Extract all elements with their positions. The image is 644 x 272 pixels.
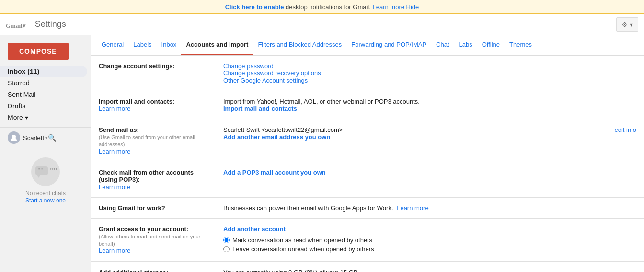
chat-bubble-icon: " " <box>31 157 60 186</box>
radio-mark-read: Mark conversation as read when opened by… <box>223 237 636 244</box>
row-send-mail-as: Send mail as: (Use Gmail to send from yo… <box>91 119 644 162</box>
tab-labels[interactable]: Labels <box>128 35 156 55</box>
add-pop3-link[interactable]: Add a POP3 mail account you own <box>223 169 326 176</box>
row-label-storage: Add additional storage: <box>99 269 168 272</box>
import-learn-more-link[interactable]: Learn more <box>99 105 208 112</box>
import-desc: Import from Yahoo!, Hotmail, AOL, or oth… <box>223 98 420 105</box>
radio-leave-unread: Leave conversation unread when opened by… <box>223 246 636 253</box>
radio-mark-read-input[interactable] <box>223 237 230 243</box>
row-add-storage: Add additional storage: You are currentl… <box>91 262 644 272</box>
gmail-logo[interactable]: Gmail▾ <box>6 18 25 31</box>
row-check-mail: Check mail from other accounts (using PO… <box>91 162 644 198</box>
gear-button[interactable]: ⚙ ▾ <box>616 17 638 32</box>
sidebar-more[interactable]: More ▾ <box>0 112 91 123</box>
row-label-check-mail2: (using POP3): <box>99 176 140 183</box>
row-label-change-account: Change account settings: <box>99 62 175 70</box>
row-import-mail: Import mail and contacts: Learn more Imp… <box>91 91 644 119</box>
sidebar-item-drafts[interactable]: Drafts <box>0 100 87 112</box>
row-change-account: Change account settings: Change password… <box>91 56 644 91</box>
notification-click-link[interactable]: Click here to enable <box>225 3 284 11</box>
avatar[interactable] <box>8 131 20 144</box>
main-layout: COMPOSE Inbox (11) Starred Sent Mail Dra… <box>0 35 644 272</box>
radio-mark-read-label: Mark conversation as read when opened by… <box>232 237 372 244</box>
user-name-label[interactable]: Scarlett <box>23 134 44 142</box>
google-account-settings-link[interactable]: Other Google Account settings <box>223 77 308 84</box>
notification-learn-more[interactable]: Learn more <box>372 3 404 11</box>
logo-arrow: ▾ <box>23 23 25 29</box>
add-another-account-link[interactable]: Add another account <box>223 225 286 233</box>
sidebar-divider <box>0 127 91 128</box>
tab-forwarding[interactable]: Forwarding and POP/IMAP <box>346 35 431 55</box>
check-mail-learn-more[interactable]: Learn more <box>99 183 208 190</box>
gmail-work-desc: Businesses can power their email with Go… <box>223 204 393 212</box>
row-gmail-work: Using Gmail for work? Businesses can pow… <box>91 198 644 219</box>
radio-leave-unread-input[interactable] <box>223 246 230 252</box>
change-password-recovery-link[interactable]: Change password recovery options <box>223 70 321 77</box>
tab-inbox[interactable]: Inbox <box>157 35 182 55</box>
row-label-grant-access: Grant access to your account: <box>99 225 188 233</box>
storage-desc: You are currently using 0 GB (0%) of you… <box>223 269 359 272</box>
add-email-address-link[interactable]: Add another email address you own <box>223 133 330 141</box>
settings-table: Change account settings: Change password… <box>91 56 644 272</box>
tab-filters[interactable]: Filters and Blocked Addresses <box>253 35 346 55</box>
send-mail-learn-more[interactable]: Learn more <box>99 148 208 155</box>
row-label-gmail-work: Using Gmail for work? <box>99 204 165 212</box>
row-grant-access: Grant access to your account: (Allow oth… <box>91 219 644 262</box>
chat-section: " " No recent chats Start a new one <box>0 148 91 210</box>
gmail-work-learn-more[interactable]: Learn more <box>397 204 428 212</box>
start-chat-link[interactable]: Start a new one <box>25 197 66 204</box>
gear-icon: ⚙ <box>621 21 628 28</box>
tab-accounts-import[interactable]: Accounts and Import <box>181 35 253 55</box>
more-arrow-icon: ▾ <box>25 114 28 121</box>
import-mail-contacts-link[interactable]: Import mail and contacts <box>223 105 297 112</box>
notification-text: desktop notifications for Gmail. <box>286 3 372 11</box>
row-label-import: Import mail and contacts: <box>99 98 174 105</box>
send-mail-email: Scarlett Swift <scarlettswift22@gmail.co… <box>223 126 343 133</box>
row-label-send-mail: Send mail as: <box>99 126 139 133</box>
tab-general[interactable]: General <box>97 35 128 55</box>
svg-marker-2 <box>37 175 40 178</box>
no-chats-label: No recent chats <box>8 190 83 197</box>
sidebar-item-inbox[interactable]: Inbox (11) <box>0 66 87 77</box>
compose-button[interactable]: COMPOSE <box>8 43 69 60</box>
main-content: General Labels Inbox Accounts and Import… <box>91 35 644 272</box>
header: Gmail▾ Settings ⚙ ▾ <box>0 14 644 35</box>
notification-hide[interactable]: Hide <box>406 3 419 11</box>
send-mail-sublabel: (Use Gmail to send from your other email… <box>99 134 195 147</box>
user-search-area: Scarlett ▾ 🔍 <box>8 131 83 144</box>
page-title: Settings <box>35 19 616 29</box>
edit-info-link[interactable]: edit info <box>614 126 636 133</box>
gear-arrow-icon: ▾ <box>630 21 633 28</box>
sidebar-item-sent[interactable]: Sent Mail <box>0 89 87 100</box>
search-button[interactable]: 🔍 <box>48 134 56 142</box>
tab-labs[interactable]: Labs <box>454 35 477 55</box>
svg-text:"  ": " " <box>38 168 43 173</box>
notification-bar: Click here to enable desktop notificatio… <box>0 0 644 14</box>
tab-offline[interactable]: Offline <box>477 35 505 55</box>
sidebar-item-starred[interactable]: Starred <box>0 77 87 89</box>
settings-tabs: General Labels Inbox Accounts and Import… <box>91 35 644 56</box>
grant-access-sublabel: (Allow others to read and send mail on y… <box>99 234 200 247</box>
grant-access-learn-more[interactable]: Learn more <box>99 247 208 254</box>
change-password-link[interactable]: Change password <box>223 62 274 70</box>
tab-themes[interactable]: Themes <box>505 35 537 55</box>
row-label-check-mail: Check mail from other accounts <box>99 169 194 176</box>
sidebar: COMPOSE Inbox (11) Starred Sent Mail Dra… <box>0 35 91 272</box>
tab-chat[interactable]: Chat <box>431 35 454 55</box>
radio-leave-unread-label: Leave conversation unread when opened by… <box>232 246 374 253</box>
